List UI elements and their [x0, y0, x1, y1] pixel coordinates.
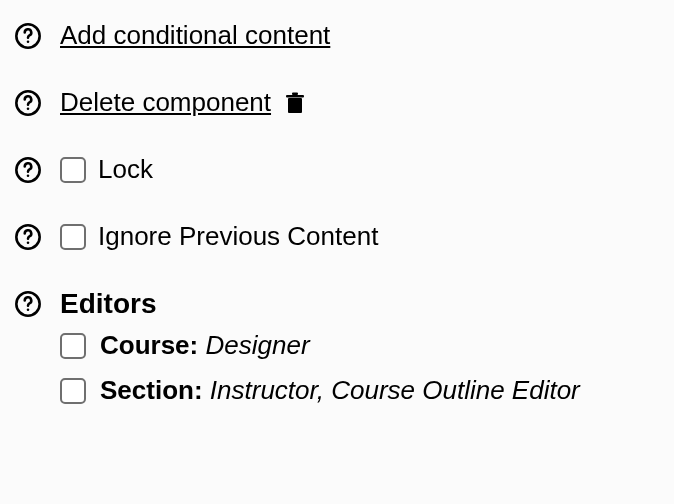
- editor-section-checkbox[interactable]: [60, 378, 86, 404]
- editor-course-checkbox[interactable]: [60, 333, 86, 359]
- lock-checkbox[interactable]: [60, 157, 86, 183]
- editor-course-label: Course: Designer: [100, 330, 310, 361]
- lock-label: Lock: [98, 154, 153, 185]
- delete-component-link[interactable]: Delete component: [60, 87, 271, 118]
- editors-heading: Editors: [60, 288, 580, 320]
- svg-point-1: [27, 41, 30, 44]
- svg-rect-4: [288, 98, 302, 113]
- editor-section-label: Section: Instructor, Course Outline Edit…: [100, 375, 580, 406]
- svg-rect-6: [292, 92, 298, 95]
- help-icon[interactable]: [14, 223, 42, 251]
- ignore-previous-label: Ignore Previous Content: [98, 221, 378, 252]
- ignore-previous-checkbox[interactable]: [60, 224, 86, 250]
- add-conditional-content-link[interactable]: Add conditional content: [60, 20, 330, 51]
- svg-point-12: [27, 309, 30, 312]
- trash-icon[interactable]: [283, 90, 307, 116]
- svg-rect-5: [286, 95, 304, 98]
- help-icon[interactable]: [14, 156, 42, 184]
- editor-row: Section: Instructor, Course Outline Edit…: [60, 375, 580, 406]
- help-icon[interactable]: [14, 22, 42, 50]
- editor-row: Course: Designer: [60, 330, 580, 361]
- svg-point-8: [27, 175, 30, 178]
- help-icon[interactable]: [14, 290, 42, 318]
- svg-point-10: [27, 242, 30, 245]
- svg-point-3: [27, 108, 30, 111]
- help-icon[interactable]: [14, 89, 42, 117]
